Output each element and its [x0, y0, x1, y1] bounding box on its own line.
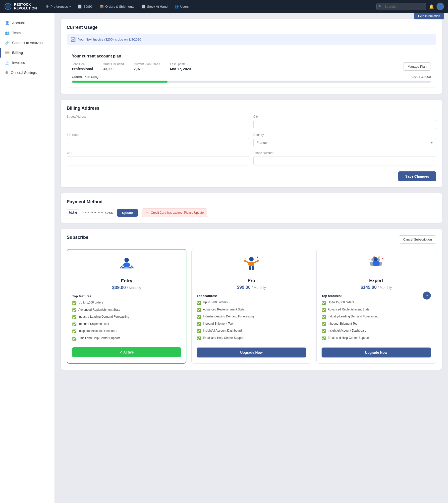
expired-notice: ⚠ Credit Card has expired. Please Update	[142, 208, 207, 217]
plan-box: Your current account plan John Doe Profe…	[67, 49, 436, 88]
entry-plan-name: Entry	[121, 278, 132, 284]
plan-orders: Orders included 30,000	[103, 62, 124, 71]
city-input[interactable]	[253, 120, 436, 129]
check-icon: ✅	[197, 329, 201, 334]
feature-item: ✅Industry-Leading Demand Forecasting	[322, 314, 431, 320]
expert-nav-button[interactable]: →	[423, 292, 431, 300]
preferences-icon: ⚙	[46, 4, 49, 8]
subscribe-header: Subscribe Cancel Subscription	[67, 235, 436, 244]
subscribe-section: Subscribe Cancel Subscription	[61, 229, 442, 370]
usage-label: Current Plan Usage	[134, 62, 160, 66]
progress-bar	[72, 81, 431, 83]
nav-bosc[interactable]: 📄 BOSC	[75, 3, 96, 10]
check-icon: ✅	[72, 336, 76, 341]
nav-stock[interactable]: 📋 Stock At Hand	[138, 3, 170, 10]
zip-field: ZIP Code	[67, 133, 249, 147]
svg-point-12	[244, 260, 246, 262]
svg-marker-1	[6, 4, 10, 9]
check-icon: ✅	[72, 308, 76, 313]
expert-upgrade-button[interactable]: Upgrade Now	[322, 348, 431, 357]
progress-fill	[72, 81, 168, 83]
payment-row: VISA **** **** **** 4256 Update ⚠ Credit…	[67, 208, 436, 217]
sidebar-item-team[interactable]: 👥 Team	[0, 28, 55, 38]
pro-upgrade-button[interactable]: Upgrade Now	[197, 348, 306, 357]
manage-plan-button[interactable]: Manage Plan	[403, 62, 431, 71]
sidebar-item-billing[interactable]: 💳 Billing	[0, 48, 55, 58]
nav-users[interactable]: 👥 Users	[171, 3, 192, 10]
feature-item: ✅Up to 1,000 orders	[72, 301, 181, 306]
payment-section: Payment Method VISA **** **** **** 4256 …	[61, 193, 442, 223]
phone-input[interactable]	[253, 156, 436, 165]
update-card-button[interactable]: Update	[117, 209, 138, 217]
country-label: Country	[253, 133, 436, 137]
entry-features: Top features: ✅Up to 1,000 orders ✅Advan…	[72, 294, 181, 343]
plans-grid: Entry $39.00 / Monthly Top features: ✅Up…	[67, 249, 436, 364]
svg-marker-22	[373, 255, 375, 258]
pro-plan-name: Pro	[248, 278, 255, 283]
expert-plan-card: ✦ ★ Expert $149.00 / Monthly → Top featu…	[316, 249, 436, 364]
feature-item: ✅Email and Help Center Support	[322, 336, 431, 341]
zip-input[interactable]	[67, 138, 249, 147]
check-icon: ✅	[72, 322, 76, 327]
street-input[interactable]	[67, 120, 249, 129]
settings-icon: ⚙	[5, 70, 8, 75]
card-number: **** **** **** 4256	[83, 211, 113, 215]
country-field: Country France United States United King…	[253, 133, 436, 147]
feature-item: ✅Email and Help Center Support	[197, 336, 306, 341]
search-input[interactable]	[376, 3, 426, 10]
billing-address-title: Billing Address	[67, 106, 436, 111]
svg-rect-9	[248, 262, 254, 266]
feature-item: ✅Insightful Account Dashboard	[72, 329, 181, 334]
pro-features-title: Top features:	[197, 294, 306, 298]
amazon-icon: 🔗	[5, 41, 10, 45]
entry-illustration	[117, 255, 137, 275]
save-changes-button[interactable]: Save Changes	[398, 171, 436, 181]
last-update-value: Mar 17, 2020	[170, 67, 191, 71]
help-info-button[interactable]: Help Information	[414, 13, 444, 19]
pro-plan-card: ★ ★ ✦ Pro $99.00 / Monthly Top features:…	[191, 249, 311, 364]
phone-field: Phone Number	[253, 151, 436, 165]
notification-bell-icon[interactable]: 🔔	[429, 4, 434, 9]
user-plan-value: Professional	[72, 67, 93, 71]
svg-text:★: ★	[256, 256, 259, 259]
check-icon: ✅	[322, 308, 326, 313]
sidebar-item-general-settings[interactable]: ⚙ General Settings	[0, 68, 55, 78]
logo[interactable]: RESTOCKREVOLUTION	[4, 2, 37, 10]
svg-point-8	[249, 257, 254, 261]
search-area	[376, 3, 426, 10]
feature-item: ✅Industry-Leading Demand Forecasting	[197, 314, 306, 320]
current-usage-title: Current Usage	[67, 25, 436, 30]
check-icon: ✅	[197, 308, 201, 313]
sidebar-item-connect-amazon[interactable]: 🔗 Connect to Amazon	[0, 38, 55, 48]
sidebar-item-account[interactable]: 👤 Account	[0, 18, 55, 28]
chevron-icon: ▾	[69, 5, 71, 8]
invoices-icon: 🧾	[5, 60, 10, 65]
vat-field: VAT	[67, 151, 249, 165]
visa-card: VISA	[67, 209, 79, 216]
sidebar-item-invoices[interactable]: 🧾 Invoices	[0, 58, 55, 68]
progress-value: 7,970 / 30,000	[410, 75, 431, 79]
svg-rect-14	[249, 266, 251, 270]
country-select[interactable]: France United States United Kingdom Germ…	[253, 138, 436, 147]
cancel-subscription-button[interactable]: Cancel Subscription	[399, 235, 436, 244]
avatar[interactable]: 👤	[437, 3, 444, 10]
svg-text:✦: ✦	[368, 258, 370, 261]
check-icon: ✅	[197, 322, 201, 327]
plan-usage: Current Plan Usage 7,970	[134, 62, 160, 71]
entry-active-button[interactable]: ✓ Active	[72, 347, 181, 357]
feature-item: ✅Inbound Shipment Tool	[72, 322, 181, 327]
feature-item: ✅Insightful Account Dashboard	[197, 329, 306, 334]
nav-orders[interactable]: 📦 Orders & Shipments	[97, 3, 137, 10]
visa-logo: VISA	[69, 211, 77, 215]
check-icon: ✅	[322, 336, 326, 341]
orders-label: Orders included	[103, 62, 124, 66]
vat-label: VAT	[67, 151, 249, 155]
address-form-grid: Street Address City ZIP Code Country Fra…	[67, 115, 436, 165]
page-layout: 👤 Account 👥 Team 🔗 Connect to Amazon 💳 B…	[0, 13, 448, 503]
check-icon: ✅	[322, 301, 326, 305]
svg-rect-15	[252, 266, 254, 270]
nav-preferences[interactable]: ⚙ Preferences ▾	[43, 3, 74, 10]
team-icon: 👥	[5, 31, 10, 35]
vat-input[interactable]	[67, 156, 249, 165]
billing-icon: 💳	[5, 50, 10, 55]
